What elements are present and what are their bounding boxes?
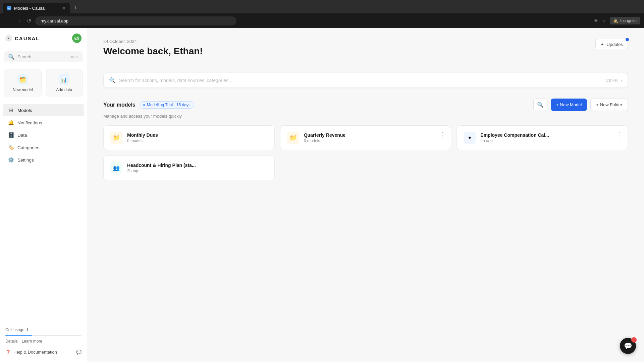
new-model-icon: 🗂️ <box>17 74 28 85</box>
camera-icon: 👁 <box>594 18 598 23</box>
new-tab-btn[interactable]: + <box>71 3 80 13</box>
chat-badge: 1 <box>631 337 637 343</box>
search-shortcut: Ctrl+K <box>68 55 79 59</box>
updates-btn[interactable]: ✦ Updates <box>595 39 628 50</box>
model-icon: ✦ <box>464 132 476 144</box>
tab-close-btn[interactable]: ✕ <box>62 5 66 11</box>
avatar[interactable]: ES <box>72 34 82 43</box>
active-tab[interactable]: ● Models - Causal ✕ <box>3 3 70 13</box>
updates-icon: ✦ <box>600 42 604 47</box>
settings-icon: ⚙️ <box>8 157 14 163</box>
model-card-inner: 📁 Monthly Dues 0 models <box>110 132 268 144</box>
new-folder-btn[interactable]: + New Folder <box>590 99 628 111</box>
address-bar: ← → ↺ my.causal.app 👁 ☆ 🕵 Incognito <box>0 13 644 28</box>
folder-icon: 📁 <box>110 132 122 144</box>
updates-dot <box>626 38 629 41</box>
folder-icon: 📁 <box>287 132 299 144</box>
browser-chrome: ● Models - Causal ✕ + ← → ↺ my.causal.ap… <box>0 0 644 28</box>
model-card-headcount[interactable]: 👥 Headcount & Hiring Plan (sta... 2h ago… <box>103 156 275 180</box>
search-main-right: Ctrl+K › <box>606 78 622 83</box>
address-bar-right: 👁 ☆ 🕵 Incognito <box>594 17 640 24</box>
sidebar-nav: ⊞ Models 🔔 Notifications 🗄️ Data 🏷️ Cate… <box>0 101 87 322</box>
model-name: Employee Compensation Cal... <box>480 132 621 138</box>
model-card-inner: 👥 Headcount & Hiring Plan (sta... 2h ago <box>110 162 268 174</box>
welcome-section: 24 October, 2024 Welcome back, Ethan! <box>103 39 203 65</box>
incognito-btn[interactable]: 🕵 Incognito <box>610 17 640 24</box>
trial-label: Modelling Trial - 15 days <box>147 103 191 107</box>
bookmark-icon[interactable]: ☆ <box>602 18 606 23</box>
sidebar-header: ● CAUSAL ES <box>0 28 87 47</box>
learn-more-link[interactable]: Learn more <box>22 339 42 344</box>
details-link[interactable]: Details <box>5 339 18 344</box>
logo-dot: ● <box>5 35 12 42</box>
sidebar: ● CAUSAL ES 🔍 Search... Ctrl+K 🗂️ New mo… <box>0 28 87 362</box>
back-btn[interactable]: ← <box>4 16 12 25</box>
refresh-btn[interactable]: ↺ <box>25 16 33 25</box>
model-time: 2h ago <box>127 169 268 173</box>
search-shortcut: Ctrl+K <box>606 78 618 83</box>
sidebar-item-categories[interactable]: 🏷️ Categories <box>3 141 84 154</box>
data-icon: 🗄️ <box>8 132 14 138</box>
quick-actions: 🗂️ New model 📊 Add data <box>0 66 87 101</box>
help-documentation[interactable]: ❓ Help & Documentation 💬 <box>5 348 82 357</box>
main-content: 24 October, 2024 Welcome back, Ethan! ✦ … <box>87 28 644 362</box>
model-time: 2h ago <box>480 138 621 143</box>
sidebar-item-models[interactable]: ⊞ Models <box>3 104 84 116</box>
models-search-btn[interactable]: 🔍 <box>533 99 547 111</box>
logo-text: CAUSAL <box>15 36 40 41</box>
models-header: Your models Modelling Trial - 15 days 🔍 … <box>103 99 628 111</box>
model-name: Quarterly Revenue <box>304 132 444 138</box>
chat-btn[interactable]: 💬 1 <box>620 338 636 354</box>
help-label: Help & Documentation <box>13 350 57 355</box>
forward-btn[interactable]: → <box>15 16 23 25</box>
model-card-quarterly-revenue[interactable]: 📁 Quarterly Revenue 0 models ⋮ <box>280 125 451 150</box>
models-grid: 📁 Monthly Dues 0 models ⋮ 📁 Quarterly Re… <box>103 125 628 180</box>
search-icon: 🔍 <box>8 54 15 60</box>
sidebar-item-notifications[interactable]: 🔔 Notifications <box>3 117 84 129</box>
url-bar[interactable]: my.causal.app <box>35 16 236 25</box>
sidebar-item-settings[interactable]: ⚙️ Settings <box>3 154 84 166</box>
models-actions: 🔍 + New Model + New Folder <box>533 99 628 111</box>
model-menu-btn[interactable]: ⋮ <box>615 130 624 140</box>
date-text: 24 October, 2024 <box>103 39 203 44</box>
chat-icon: 💬 <box>624 342 632 350</box>
sidebar-item-data[interactable]: 🗄️ Data <box>3 129 84 141</box>
search-placeholder: Search... <box>17 54 66 59</box>
sidebar-footer: Cell usage ℹ Details Learn more ❓ Help &… <box>0 322 87 362</box>
categories-icon: 🏷️ <box>8 144 14 150</box>
model-count: 0 models <box>127 138 268 143</box>
model-card-inner: ✦ Employee Compensation Cal... 2h ago <box>464 132 621 144</box>
main-search-icon: 🔍 <box>109 77 116 83</box>
updates-label: Updates <box>607 42 623 47</box>
models-header-left: Your models Modelling Trial - 15 days <box>103 101 194 109</box>
model-menu-btn[interactable]: ⋮ <box>438 130 447 140</box>
notifications-nav-label: Notifications <box>17 120 42 125</box>
sidebar-search[interactable]: 🔍 Search... Ctrl+K <box>4 51 83 62</box>
add-data-icon: 📊 <box>59 74 69 85</box>
cell-usage-links: Details Learn more <box>5 339 82 344</box>
add-data-label: Add data <box>56 87 72 92</box>
models-nav-label: Models <box>17 108 32 113</box>
tab-bar: ● Models - Causal ✕ + <box>0 0 644 13</box>
model-menu-btn[interactable]: ⋮ <box>262 160 270 170</box>
new-model-quick-action[interactable]: 🗂️ New model <box>4 69 42 97</box>
new-model-btn[interactable]: + New Model <box>551 99 587 111</box>
models-section-title: Your models <box>103 102 136 108</box>
data-nav-label: Data <box>17 133 27 138</box>
cell-usage-label: Cell usage ℹ <box>5 327 82 332</box>
add-data-quick-action[interactable]: 📊 Add data <box>46 69 83 97</box>
model-menu-btn[interactable]: ⋮ <box>262 130 270 140</box>
search-arrow-icon: › <box>621 78 622 83</box>
new-model-label: New model <box>13 87 33 92</box>
model-card-monthly-dues[interactable]: 📁 Monthly Dues 0 models ⋮ <box>103 125 275 150</box>
trial-badge: Modelling Trial - 15 days <box>140 101 194 109</box>
model-info: Quarterly Revenue 0 models <box>304 132 444 143</box>
url-text: my.causal.app <box>41 18 68 23</box>
main-search[interactable]: 🔍 Search for actions, models, data sourc… <box>103 73 628 88</box>
header-row: 24 October, 2024 Welcome back, Ethan! ✦ … <box>103 39 628 65</box>
model-card-employee-comp[interactable]: ✦ Employee Compensation Cal... 2h ago ⋮ <box>457 125 628 150</box>
model-count: 0 models <box>304 138 444 143</box>
cell-usage: Cell usage ℹ Details Learn more <box>5 327 82 344</box>
tab-favicon: ● <box>7 6 11 10</box>
categories-nav-label: Categories <box>17 145 39 150</box>
